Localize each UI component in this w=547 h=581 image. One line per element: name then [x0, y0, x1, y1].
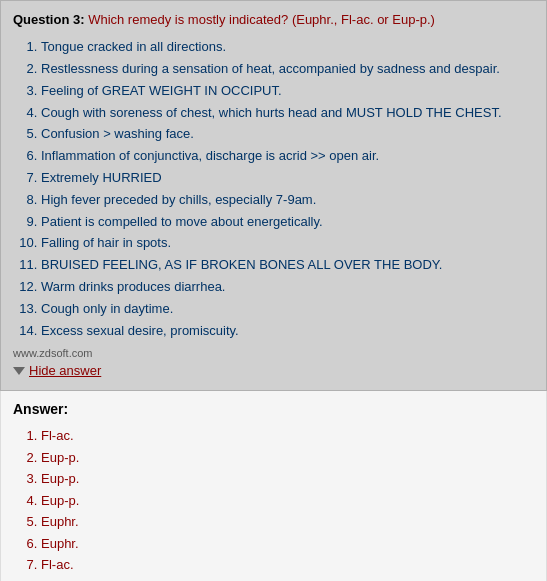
question-item: Feeling of GREAT WEIGHT IN OCCIPUT.: [41, 81, 534, 102]
question-item: Confusion > washing face.: [41, 124, 534, 145]
question-list: Tongue cracked in all directions.Restles…: [13, 37, 534, 341]
answer-item: Fl-ac.: [41, 425, 534, 446]
hide-answer-row: Hide answer: [13, 363, 534, 378]
answer-item: Fl-ac.: [41, 554, 534, 575]
answer-item: Euphr.: [41, 511, 534, 532]
answer-item: Eup-p.: [41, 447, 534, 468]
question-section: Question 3: Which remedy is mostly indic…: [0, 0, 547, 391]
question-header: Question 3: Which remedy is mostly indic…: [13, 11, 534, 29]
question-item: Restlessness during a sensation of heat,…: [41, 59, 534, 80]
answer-item: Eup-p.: [41, 468, 534, 489]
answer-section: Answer: Fl-ac.Eup-p.Eup-p.Eup-p.Euphr.Eu…: [0, 391, 547, 581]
triangle-icon: [13, 367, 25, 375]
answer-header: Answer:: [13, 401, 534, 417]
hide-answer-link[interactable]: Hide answer: [29, 363, 101, 378]
question-item: Cough with soreness of chest, which hurt…: [41, 103, 534, 124]
question-item: Patient is compelled to move about energ…: [41, 212, 534, 233]
answer-item: Euphr.: [41, 533, 534, 554]
question-item: Excess sexual desire, promiscuity.: [41, 321, 534, 342]
question-item: Cough only in daytime.: [41, 299, 534, 320]
question-item: Falling of hair in spots.: [41, 233, 534, 254]
question-item: Inflammation of conjunctiva, discharge i…: [41, 146, 534, 167]
question-item: Warm drinks produces diarrhea.: [41, 277, 534, 298]
answer-list: Fl-ac.Eup-p.Eup-p.Eup-p.Euphr.Euphr.Fl-a…: [13, 425, 534, 581]
answer-item: Eup-p.: [41, 490, 534, 511]
question-item: BRUISED FEELING, AS IF BROKEN BONES ALL …: [41, 255, 534, 276]
answer-item: Eup-p.: [41, 575, 534, 581]
question-item: Tongue cracked in all directions.: [41, 37, 534, 58]
question-item: Extremely HURRIED: [41, 168, 534, 189]
watermark: www.zdsoft.com: [13, 347, 534, 359]
question-item: High fever preceded by chills, especiall…: [41, 190, 534, 211]
question-label: Question 3:: [13, 12, 85, 27]
question-text: Which remedy is mostly indicated? (Euphr…: [88, 12, 435, 27]
